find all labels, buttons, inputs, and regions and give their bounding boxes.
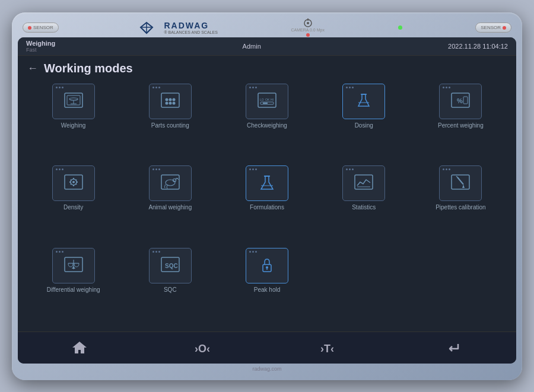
camera-indicator: CAMERA 0.0 Mpx xyxy=(291,18,324,37)
mode-label-percent-weighing: Percent weighing xyxy=(438,122,484,129)
current-sub: Fast xyxy=(26,47,55,53)
svg-line-38 xyxy=(75,180,76,180)
svg-text:HI: HI xyxy=(271,98,274,101)
svg-point-14 xyxy=(172,98,175,101)
mode-weighing[interactable]: Weighing xyxy=(27,84,119,161)
nav-zero-button[interactable]: ›O‹ xyxy=(183,334,225,361)
mode-label-differential-weighing: Differential weighing xyxy=(47,286,100,294)
mode-label-weighing: Weighing xyxy=(61,122,86,129)
camera-label: CAMERA 0.0 Mpx xyxy=(291,28,324,32)
datetime: 2022.11.28 11:04:12 xyxy=(448,43,508,50)
mode-checkweighing[interactable]: LO OK HI Checkweighing xyxy=(221,84,313,161)
svg-point-17 xyxy=(172,101,175,104)
mode-formulations[interactable]: Formulations xyxy=(221,165,313,243)
svg-point-57 xyxy=(266,266,268,269)
svg-point-8 xyxy=(69,98,78,100)
svg-point-12 xyxy=(165,98,168,101)
mode-statistics[interactable]: Statistics xyxy=(318,165,410,243)
current-mode: Weighing xyxy=(26,40,55,47)
svg-point-41 xyxy=(166,180,175,186)
svg-point-4 xyxy=(307,22,309,24)
nav-home-button[interactable] xyxy=(59,334,100,361)
mode-label-sqc: SQC xyxy=(164,286,177,294)
mode-icon-parts-counting xyxy=(149,84,192,119)
mode-dosing[interactable]: Dosing xyxy=(318,84,410,161)
brand-name: RADWAG xyxy=(164,21,217,30)
sensor-right-button[interactable]: SENSOR xyxy=(475,23,511,33)
svg-text:›O‹: ›O‹ xyxy=(195,343,210,355)
mode-label-animal-weighing: Animal weighing xyxy=(148,204,192,211)
screen: Weighing Fast Admin 2022.11.28 11:04:12 … xyxy=(18,37,516,364)
status-indicators xyxy=(398,26,402,30)
status-mode: Weighing Fast xyxy=(26,40,55,53)
svg-rect-40 xyxy=(161,175,179,189)
svg-rect-28 xyxy=(463,97,468,104)
svg-point-15 xyxy=(165,101,168,104)
nav-enter-button[interactable] xyxy=(434,334,475,361)
mode-label-statistics: Statistics xyxy=(352,204,376,211)
mode-animal-weighing[interactable]: Animal weighing xyxy=(124,165,216,243)
mode-parts-counting[interactable]: Parts counting xyxy=(124,84,216,161)
svg-rect-47 xyxy=(452,175,469,189)
mode-label-parts-counting: Parts counting xyxy=(151,122,189,129)
current-user: Admin xyxy=(243,43,261,50)
brand-tagline: ® BALANCES AND SCALES xyxy=(164,30,217,34)
svg-text:SQC: SQC xyxy=(165,263,178,269)
mode-label-density: Density xyxy=(63,204,83,211)
modes-grid: Weighing xyxy=(27,84,507,326)
svg-point-16 xyxy=(169,101,171,104)
mode-label-peak-hold: Peak hold xyxy=(254,286,280,294)
svg-text:%: % xyxy=(457,97,463,104)
mode-icon-animal-weighing xyxy=(149,165,192,201)
device-top-bar: SENSOR RADWAG ® BALANCES AND SCALES xyxy=(18,18,516,37)
svg-line-39 xyxy=(70,184,71,184)
mode-density[interactable]: Density xyxy=(27,165,119,243)
device-bottom: radwag.com xyxy=(18,364,516,374)
back-button[interactable]: ← xyxy=(27,62,38,75)
mode-icon-statistics xyxy=(342,165,385,201)
mode-peak-hold[interactable]: Peak hold xyxy=(221,248,313,326)
mode-icon-pipettes-calibration xyxy=(439,165,482,201)
mode-icon-weighing xyxy=(52,84,95,119)
mode-icon-peak-hold xyxy=(246,248,288,283)
svg-marker-53 xyxy=(72,266,75,269)
svg-point-31 xyxy=(72,181,75,183)
mode-sqc[interactable]: SQC SQC xyxy=(124,248,216,326)
mode-icon-checkweighing: LO OK HI xyxy=(246,84,288,119)
status-bar: Weighing Fast Admin 2022.11.28 11:04:12 xyxy=(18,37,516,56)
device: SENSOR RADWAG ® BALANCES AND SCALES xyxy=(12,12,522,380)
mode-label-pipettes-calibration: Pipettes calibration xyxy=(436,204,486,211)
mode-icon-density xyxy=(52,165,95,201)
svg-line-37 xyxy=(75,184,76,184)
bottom-nav: ›O‹ ›T‹ xyxy=(18,332,516,364)
mode-differential-weighing[interactable]: Differential weighing xyxy=(27,248,119,326)
sensor-left-button[interactable]: SENSOR xyxy=(23,23,59,33)
svg-marker-59 xyxy=(72,342,87,353)
mode-label-formulations: Formulations xyxy=(250,204,284,211)
content-area: ← Working modes xyxy=(18,56,516,332)
svg-text:›T‹: ›T‹ xyxy=(320,343,334,355)
page-header: ← Working modes xyxy=(27,62,507,75)
mode-icon-sqc: SQC xyxy=(149,248,192,283)
page-title: Working modes xyxy=(44,62,133,75)
svg-text:LO: LO xyxy=(260,98,264,101)
mode-label-checkweighing: Checkweighing xyxy=(247,122,287,129)
brand-logo: RADWAG ® BALANCES AND SCALES xyxy=(132,21,217,34)
svg-text:OK: OK xyxy=(265,98,270,101)
mode-icon-differential-weighing xyxy=(52,248,95,283)
mode-pipettes-calibration[interactable]: Pipettes calibration xyxy=(415,165,507,243)
nav-tare-button[interactable]: ›T‹ xyxy=(309,334,351,361)
mode-icon-dosing xyxy=(342,84,385,119)
svg-rect-23 xyxy=(263,103,268,104)
mode-icon-formulations xyxy=(246,165,288,201)
status-dot-green xyxy=(398,26,402,30)
svg-point-13 xyxy=(169,98,171,101)
mode-label-dosing: Dosing xyxy=(355,122,373,129)
mode-icon-percent-weighing: % xyxy=(439,84,482,119)
svg-line-36 xyxy=(70,180,71,180)
mode-percent-weighing[interactable]: % Percent weighing xyxy=(415,84,507,161)
website-url: radwag.com xyxy=(252,366,281,372)
